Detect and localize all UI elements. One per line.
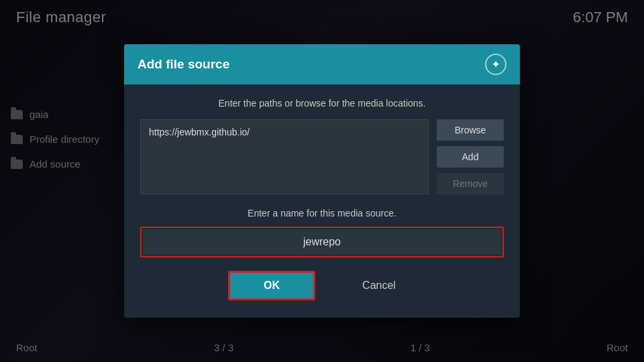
- path-buttons: Browse Add Remove: [437, 119, 504, 194]
- kodi-icon: ✦: [485, 54, 506, 75]
- add-button[interactable]: Add: [437, 146, 504, 168]
- path-row: https://jewbmx.github.io/ Browse Add Rem…: [140, 119, 504, 194]
- remove-button: Remove: [437, 173, 504, 194]
- add-file-source-dialog: Add file source ✦ Enter the paths or bro…: [124, 44, 520, 318]
- path-input-box[interactable]: https://jewbmx.github.io/: [140, 119, 429, 194]
- cancel-button[interactable]: Cancel: [342, 271, 416, 300]
- browse-button[interactable]: Browse: [437, 119, 504, 141]
- dialog-actions: OK Cancel: [140, 271, 504, 304]
- modal-overlay: Add file source ✦ Enter the paths or bro…: [0, 0, 644, 362]
- ok-button[interactable]: OK: [228, 271, 315, 300]
- dialog-header: Add file source ✦: [124, 44, 520, 84]
- dialog-subtitle: Enter the paths or browse for the media …: [140, 98, 504, 109]
- name-input[interactable]: [143, 229, 501, 255]
- dialog-title: Add file source: [138, 57, 229, 72]
- name-input-wrapper: [140, 227, 504, 257]
- path-value: https://jewbmx.github.io/: [149, 127, 250, 137]
- dialog-body: Enter the paths or browse for the media …: [124, 84, 520, 318]
- name-label: Enter a name for this media source.: [140, 208, 504, 219]
